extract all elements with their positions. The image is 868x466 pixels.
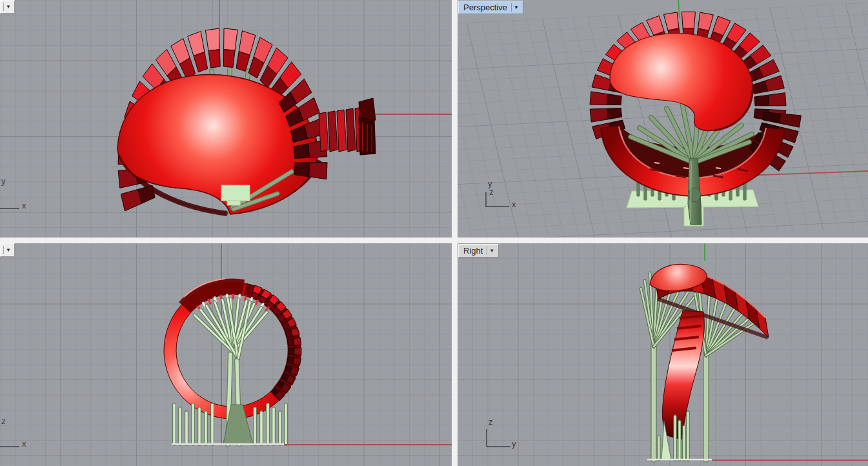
- viewport-front-title-button[interactable]: ▼: [0, 243, 15, 257]
- axis-line-vertical: [486, 429, 487, 447]
- axis-line-vertical: [485, 192, 487, 207]
- viewport-right[interactable]: Right ▼ z y: [458, 243, 868, 466]
- axis-label-z: z: [489, 188, 494, 196]
- axis-label-y: y: [512, 440, 516, 448]
- axis-line-horizontal: [485, 206, 509, 207]
- viewport-front-canvas[interactable]: [0, 243, 452, 466]
- viewport-perspective[interactable]: Perspective ▼ y z x: [458, 0, 868, 238]
- viewport-right-canvas[interactable]: [458, 243, 868, 466]
- viewport-perspective-title-button[interactable]: Perspective ▼: [458, 1, 523, 14]
- viewport-menu-arrow-icon[interactable]: ▼: [4, 244, 13, 256]
- axis-label-x: x: [22, 201, 26, 210]
- axis-line-horizontal: [0, 208, 19, 209]
- axis-line-horizontal: [0, 446, 19, 447]
- viewport-front[interactable]: ▼ z x: [0, 243, 452, 466]
- viewport-menu-arrow-icon[interactable]: ▼: [487, 245, 496, 257]
- viewport-perspective-canvas[interactable]: [458, 0, 868, 238]
- viewport-menu-arrow-icon[interactable]: ▼: [4, 1, 13, 13]
- axis-label-z: z: [1, 417, 6, 425]
- viewport-menu-arrow-icon[interactable]: ▼: [512, 1, 521, 14]
- axis-line-horizontal: [486, 446, 510, 447]
- viewport-title-label: Perspective: [463, 1, 507, 14]
- viewport-top[interactable]: ▼ y x: [0, 0, 452, 238]
- viewport-title-label: Right: [463, 245, 483, 257]
- axis-label-y: y: [1, 177, 6, 185]
- axis-label-x: x: [512, 200, 516, 208]
- viewport-right-title-button[interactable]: Right ▼: [458, 244, 499, 258]
- viewport-top-canvas[interactable]: [0, 0, 452, 238]
- cad-4-viewport-workspace: ▼ y x Perspective ▼ y z x ▼ z x Right: [0, 0, 868, 466]
- axis-label-x: x: [22, 440, 26, 448]
- axis-label-z: z: [489, 418, 493, 426]
- viewport-top-title-button[interactable]: ▼: [0, 0, 15, 14]
